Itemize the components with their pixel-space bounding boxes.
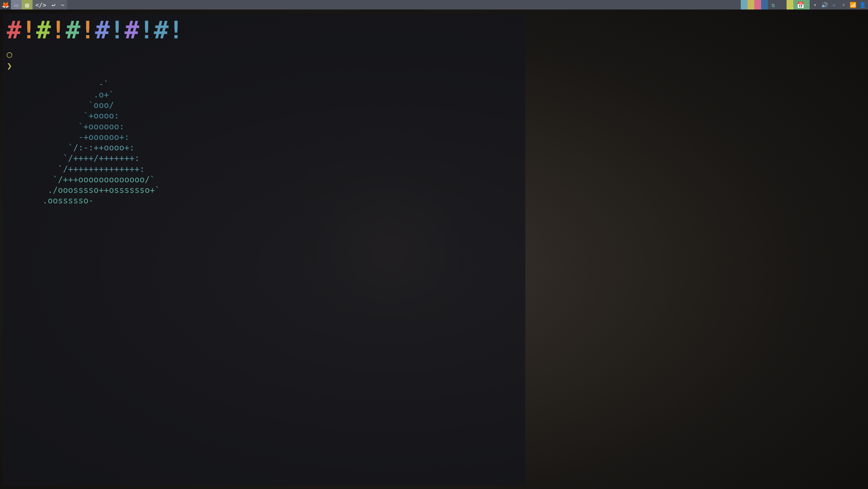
neofetch-output: -` .o+` `ooo/ `+oooo: `+oooooo: -+oooooo…: [7, 79, 521, 206]
layout-name: [787, 0, 793, 10]
terminal-main[interactable]: #!#!#!#!#!#! ◯ ❯ -` .o+` `ooo/: [3, 14, 525, 486]
workspace-3[interactable]: ▤: [22, 0, 33, 10]
topbar: 🦊 ▭ ▤ </> ↩ ~ ⇅ 📅 ▾ 🔊 ⟐ ⚡ 📶 👤: [0, 0, 868, 10]
date-time: 📅: [793, 0, 810, 10]
arch-logo-ascii: -` .o+` `ooo/ `+oooo: `+oooooo: -+oooooo…: [7, 79, 160, 206]
ascii-banner: #!#!#!#!#!#!: [7, 18, 521, 42]
workspace-back-icon[interactable]: ↩: [49, 0, 58, 10]
mem-status-2: [761, 0, 768, 10]
gpu-status: [748, 0, 754, 10]
workspace-2[interactable]: ▭: [11, 0, 22, 10]
system-tray: ▾ 🔊 ⟐ ⚡ 📶 👤: [810, 1, 868, 8]
net-up: [780, 0, 787, 10]
workspace-1[interactable]: 🦊: [0, 0, 11, 10]
workspace-tilde[interactable]: ~: [58, 0, 67, 10]
tray-user-icon[interactable]: 👤: [859, 1, 866, 8]
tray-dropdown-icon[interactable]: ▾: [812, 1, 818, 8]
tray-volume-icon[interactable]: 🔊: [821, 1, 828, 8]
tray-bluetooth-icon[interactable]: ⟐: [831, 1, 837, 8]
net-down: ⇅: [768, 0, 780, 10]
command-line: ❯: [7, 60, 521, 72]
cpu-status: [741, 0, 748, 10]
workspace-indicators: 🦊 ▭ ▤ </> ↩ ~: [0, 0, 67, 10]
status-area: ⇅ 📅 ▾ 🔊 ⟐ ⚡ 📶 👤: [741, 0, 868, 10]
prompt-context: ◯: [7, 49, 521, 60]
python-icon: ◯: [7, 49, 12, 59]
workspace-code-icon[interactable]: </>: [33, 0, 49, 10]
mem-status-1: [754, 0, 761, 10]
tray-power-icon[interactable]: ⚡: [840, 1, 847, 8]
tray-network-icon[interactable]: 📶: [850, 1, 856, 8]
